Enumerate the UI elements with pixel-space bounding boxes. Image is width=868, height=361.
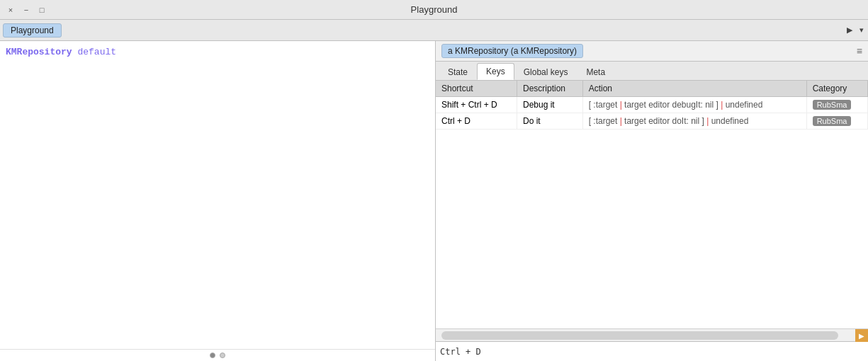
cell-action: [ :target | target editor debugIt: nil ]… [582, 97, 806, 113]
code-keyword: KMRepository [6, 47, 72, 57]
left-panel: KMRepository default [0, 41, 436, 361]
table-row[interactable]: Ctrl + DDo it[ :target | target editor d… [436, 113, 868, 130]
col-description: Description [517, 81, 582, 97]
close-button[interactable]: × [6, 5, 16, 15]
cell-shortcut: Ctrl + D [436, 113, 517, 130]
cell-description: Debug it [517, 97, 582, 113]
scroll-thumb [441, 331, 838, 340]
tab-state[interactable]: State [439, 64, 477, 80]
bottom-input-text: Ctrl + D [440, 347, 481, 357]
playground-tab[interactable]: Playground [3, 23, 62, 38]
title-bar: × − □ Playground [0, 0, 868, 20]
panels: KMRepository default a KMRepository (a K… [0, 41, 868, 361]
code-default: default [72, 47, 116, 57]
dot-2 [220, 353, 225, 358]
horizontal-scrollbar[interactable]: ▶ [436, 328, 868, 341]
col-action: Action [582, 81, 806, 97]
panel-dots [0, 349, 435, 361]
maximize-button[interactable]: □ [37, 5, 47, 15]
cell-category: RubSma [806, 113, 867, 130]
top-bar: Playground ▶ ▾ [0, 20, 868, 41]
window-title: Playground [411, 4, 458, 15]
col-shortcut: Shortcut [436, 81, 517, 97]
doc-icon[interactable]: ≡ [857, 45, 862, 57]
cell-action: [ :target | target editor doIt: nil ] | … [582, 113, 806, 130]
category-badge: RubSma [813, 116, 852, 126]
tab-meta[interactable]: Meta [577, 64, 614, 80]
cell-description: Do it [517, 113, 582, 130]
keys-table-container: Shortcut Description Action Category Shi… [436, 81, 868, 328]
right-header: a KMRepository (a KMRepository) ≡ [436, 41, 868, 62]
table-row[interactable]: Shift + Ctrl + DDebug it[ :target | targ… [436, 97, 868, 113]
tab-keys[interactable]: Keys [477, 63, 514, 80]
right-panel: a KMRepository (a KMRepository) ≡ State … [436, 41, 868, 361]
keys-table: Shortcut Description Action Category Shi… [436, 81, 868, 130]
category-badge: RubSma [813, 100, 852, 110]
tab-global-keys[interactable]: Global keys [514, 64, 577, 80]
window-controls: × − □ [6, 5, 47, 15]
object-badge: a KMRepository (a KMRepository) [441, 44, 583, 58]
cell-shortcut: Shift + Ctrl + D [436, 97, 517, 113]
scroll-right-arrow[interactable]: ▶ [855, 329, 868, 342]
cell-category: RubSma [806, 97, 867, 113]
code-editor[interactable]: KMRepository default [0, 41, 435, 349]
main-content: Playground ▶ ▾ KMRepository default a KM… [0, 20, 868, 361]
col-category: Category [806, 81, 867, 97]
tabs-row: State Keys Global keys Meta [436, 62, 868, 81]
bottom-input-row: Ctrl + D [436, 341, 868, 361]
minimize-button[interactable]: − [21, 5, 31, 15]
play-button[interactable]: ▶ [844, 24, 855, 36]
dropdown-button[interactable]: ▾ [858, 24, 865, 36]
dot-1 [210, 353, 215, 358]
